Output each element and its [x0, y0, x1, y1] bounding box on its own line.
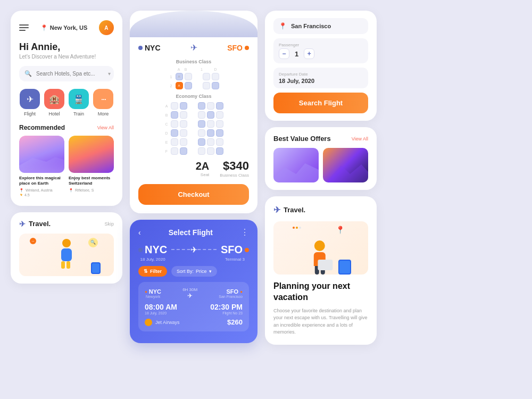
- seat-1D[interactable]: [212, 73, 219, 80]
- rec-location-1: Riflelsee, S: [75, 188, 94, 192]
- e4-seat2[interactable]: [180, 129, 187, 137]
- departure-date: 18 July, 2020: [279, 78, 363, 84]
- e4-seat[interactable]: [171, 129, 178, 137]
- offer-image-0[interactable]: [273, 148, 319, 182]
- nyc-code: NYC: [145, 44, 161, 52]
- passenger-increase[interactable]: +: [304, 48, 314, 59]
- economy-seat-grid: A B C: [138, 102, 249, 155]
- e5-seat3[interactable]: [198, 138, 205, 146]
- destination-row[interactable]: 📍 San Francisco: [273, 18, 368, 34]
- departure-field[interactable]: Departure Date 18 July, 2020: [273, 68, 368, 88]
- search-bubble: 🔍: [88, 238, 98, 247]
- seat-row-2: 2 A: [138, 82, 249, 89]
- econ-row-6: F: [138, 147, 249, 155]
- e3-seat4[interactable]: [207, 120, 214, 128]
- seat-route: NYC ✈ SFO: [138, 43, 249, 53]
- travel-logo-icon: ✈: [19, 220, 26, 228]
- e5-seat2[interactable]: [180, 138, 187, 146]
- more-icon-bg: ···: [93, 89, 113, 109]
- checkout-button[interactable]: Checkout: [138, 184, 249, 205]
- seat-1B[interactable]: [185, 73, 192, 80]
- e-seat-occ2[interactable]: [198, 102, 205, 110]
- back-button[interactable]: ‹: [138, 228, 141, 237]
- offer-image-1[interactable]: [323, 148, 368, 182]
- destination-text: San Francisco: [291, 23, 331, 29]
- e3-seat3[interactable]: [198, 120, 205, 128]
- filter-button[interactable]: ⇅ Filter: [138, 266, 167, 277]
- e-seat-occ[interactable]: [180, 102, 187, 110]
- airline-row: Jet Airways $260: [145, 318, 243, 326]
- e3-seat2[interactable]: [180, 120, 187, 128]
- seat-2C[interactable]: [203, 82, 210, 89]
- skip-button[interactable]: Skip: [104, 221, 114, 227]
- e-seat-occ3[interactable]: [216, 102, 223, 110]
- category-hotel[interactable]: 🏨 Hotel: [44, 89, 65, 117]
- e2-seat4[interactable]: [207, 111, 214, 119]
- home-header: 📍 New York, US A: [19, 20, 114, 35]
- more-options-button[interactable]: ⋮: [240, 227, 249, 237]
- seat-2D[interactable]: [212, 82, 219, 89]
- seat-1A[interactable]: A: [176, 73, 183, 80]
- seat-1C[interactable]: [203, 73, 210, 80]
- e4-seat3[interactable]: [198, 129, 205, 137]
- search-input[interactable]: [36, 71, 104, 77]
- category-flight[interactable]: ✈ Flight: [19, 89, 40, 117]
- best-offers-title: Best Value Offers: [273, 135, 331, 143]
- e5-seat5[interactable]: [216, 138, 223, 146]
- rec-rating-val-0: 4.5: [24, 193, 30, 197]
- sort-button[interactable]: Sort By: Price ▾: [171, 266, 217, 277]
- e2-seat[interactable]: [171, 111, 178, 119]
- seat-2B[interactable]: [185, 82, 192, 89]
- e5-seat4[interactable]: [207, 138, 214, 146]
- passenger-field: Passenger − 1 +: [273, 38, 368, 63]
- chevron-down-icon: ▾: [108, 71, 111, 77]
- rec-card-0[interactable]: Explore this magical place on Earth 📍 Wi…: [19, 136, 64, 197]
- e4-seat5[interactable]: [216, 129, 223, 137]
- passenger-label: Passenger: [279, 43, 363, 47]
- e3-seat[interactable]: [171, 120, 178, 128]
- select-flight-header: ‹ Select Flight ⋮: [138, 227, 249, 237]
- search-bar[interactable]: 🔍 ▾: [19, 66, 114, 81]
- rec-location-0: Winland, Austria: [26, 188, 53, 192]
- category-train[interactable]: 🚆 Train: [68, 89, 89, 117]
- travel-splash-card: ✈ Travel. Skip ··· 🔍: [11, 212, 122, 284]
- search-flight-button[interactable]: Search Flight: [273, 93, 368, 113]
- flight-result-card[interactable]: ● NYC Newyork 6H 30M ✈ SFO ●: [138, 282, 249, 331]
- e2-seat2[interactable]: [180, 111, 187, 119]
- result-to-code: SFO: [227, 288, 239, 295]
- laptop-illustration: [318, 260, 332, 270]
- from-endpoint: [138, 248, 143, 252]
- hamburger-menu[interactable]: [19, 24, 29, 31]
- e6-seat5[interactable]: [216, 147, 223, 155]
- rec-card-1[interactable]: Enjoy best moments Switzerland 📍 Riflels…: [69, 136, 114, 197]
- user-avatar[interactable]: A: [99, 20, 114, 35]
- person-head: [62, 239, 71, 247]
- e-seat2[interactable]: [207, 102, 214, 110]
- e5-seat[interactable]: [171, 138, 178, 146]
- e6-seat2[interactable]: [180, 147, 187, 155]
- e4-seat4[interactable]: [207, 129, 214, 137]
- e2-seat3[interactable]: [198, 111, 205, 119]
- flight-no-label: Flight No: [222, 311, 237, 315]
- airline-price: $260: [227, 318, 243, 326]
- business-seat-grid: A B 1 D 1 A 2 A: [138, 68, 249, 89]
- e3-seat5[interactable]: [216, 120, 223, 128]
- big-travel-logo-icon: ✈: [273, 205, 280, 215]
- e6-seat[interactable]: [171, 147, 178, 155]
- flight-number: Flight No 23: [210, 311, 243, 315]
- flight-no-val: 23: [238, 311, 243, 315]
- passenger-decrease[interactable]: −: [279, 48, 289, 59]
- seat-2A-selected[interactable]: A: [176, 82, 183, 89]
- recommended-view-all[interactable]: View All: [97, 125, 114, 130]
- sfo-dot: [245, 46, 249, 50]
- rec-rating-0: ★ 4.5: [19, 193, 64, 197]
- airline-logo: [145, 319, 152, 326]
- category-more[interactable]: ··· More: [93, 89, 114, 117]
- e6-seat3[interactable]: [198, 147, 205, 155]
- best-offers-view-all[interactable]: View All: [352, 136, 368, 142]
- e6-seat4[interactable]: [207, 147, 214, 155]
- search-icon: 🔍: [24, 70, 32, 77]
- e2-seat5[interactable]: [216, 111, 223, 119]
- flight-plane-icon: ✈: [190, 245, 197, 255]
- e-seat[interactable]: [171, 102, 178, 110]
